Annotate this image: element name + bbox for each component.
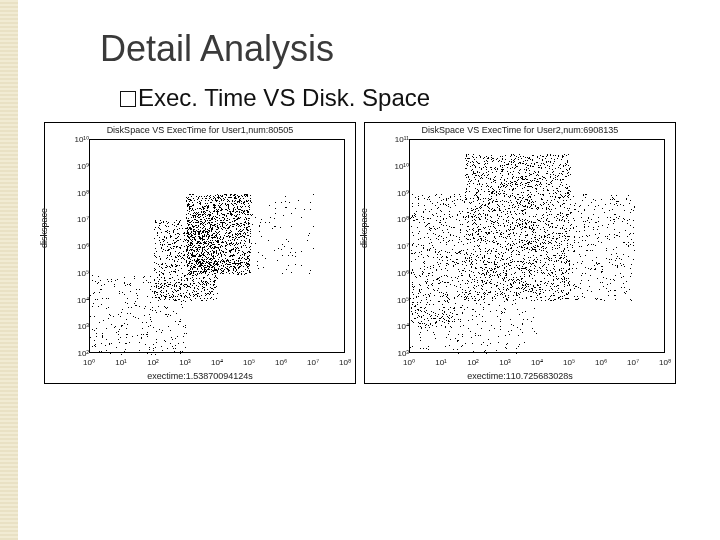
- x-tick: 10⁰: [403, 358, 415, 367]
- x-tick: 10¹: [115, 358, 127, 367]
- x-tick: 10⁸: [339, 358, 351, 367]
- y-tick: 10⁹: [45, 161, 91, 170]
- y-tick: 10⁵: [365, 295, 411, 304]
- chart-title: DiskSpace VS ExecTime for User2,num:6908…: [365, 125, 675, 135]
- y-tick: 10²: [45, 349, 91, 358]
- y-tick: 10⁷: [365, 242, 411, 251]
- y-tick: 10⁸: [365, 215, 411, 224]
- chart-user1: DiskSpace VS ExecTime for User1,num:8050…: [44, 122, 356, 384]
- x-tick: 10⁷: [307, 358, 319, 367]
- x-tick: 10¹: [435, 358, 447, 367]
- y-tick: 10⁵: [45, 268, 91, 277]
- x-tick: 10³: [499, 358, 511, 367]
- y-tick: 10³: [365, 349, 411, 358]
- x-tick: 10⁵: [563, 358, 575, 367]
- y-tick: 10³: [45, 322, 91, 331]
- x-tick: 10⁴: [531, 358, 543, 367]
- bullet-line: Exec. Time VS Disk. Space: [120, 84, 720, 112]
- y-tick: 10⁴: [365, 322, 411, 331]
- x-axis-label: exectime:1.53870094124s: [45, 371, 355, 381]
- x-tick: 10³: [179, 358, 191, 367]
- x-tick: 10⁰: [83, 358, 95, 367]
- slide: Detail Analysis Exec. Time VS Disk. Spac…: [0, 0, 720, 384]
- y-tick: 10⁶: [365, 268, 411, 277]
- x-tick: 10⁸: [659, 358, 671, 367]
- x-tick: 10⁴: [211, 358, 223, 367]
- plot-area: [409, 139, 665, 353]
- x-tick: 10²: [147, 358, 159, 367]
- chart-user2: DiskSpace VS ExecTime for User2,num:6908…: [364, 122, 676, 384]
- y-tick: 10⁴: [45, 295, 91, 304]
- y-tick: 10⁹: [365, 188, 411, 197]
- page-title: Detail Analysis: [100, 28, 720, 70]
- x-tick: 10²: [467, 358, 479, 367]
- y-tick: 10⁸: [45, 188, 91, 197]
- bullet-text: Exec. Time VS Disk. Space: [138, 84, 430, 111]
- x-axis-label: exectime:110.725683028s: [365, 371, 675, 381]
- chart-title: DiskSpace VS ExecTime for User1,num:8050…: [45, 125, 355, 135]
- x-tick: 10⁷: [627, 358, 639, 367]
- charts-row: DiskSpace VS ExecTime for User1,num:8050…: [44, 122, 720, 384]
- y-tick: 10⁶: [45, 242, 91, 251]
- bullet-box-icon: [120, 91, 136, 107]
- x-tick: 10⁵: [243, 358, 255, 367]
- y-tick: 10¹⁰: [365, 161, 411, 170]
- y-tick: 10⁷: [45, 215, 91, 224]
- y-tick: 10¹¹: [365, 135, 411, 144]
- x-tick: 10⁶: [275, 358, 287, 367]
- x-tick: 10⁶: [595, 358, 607, 367]
- plot-area: [89, 139, 345, 353]
- y-tick: 10¹⁰: [45, 135, 91, 144]
